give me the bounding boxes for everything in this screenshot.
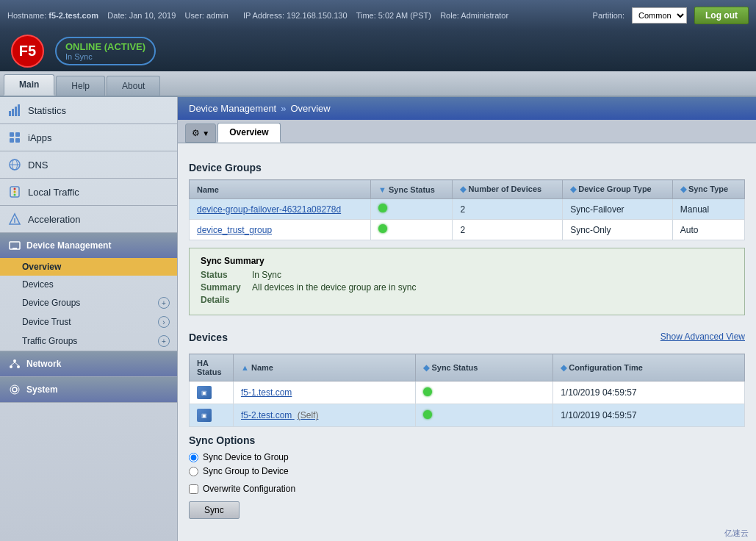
sidebar-item-statistics[interactable]: Statistics <box>0 97 177 123</box>
sidebar-item-acceleration-label: Acceleration <box>28 214 81 225</box>
table-row[interactable]: ▣ f5-2.test.com (Self) 1/10/2019 04:59:5… <box>190 404 745 427</box>
sidebar-item-dns[interactable]: DNS <box>0 151 177 178</box>
svg-rect-5 <box>15 132 20 137</box>
svg-rect-3 <box>18 104 20 116</box>
gear-tab[interactable]: ⚙ ▼ <box>185 123 216 143</box>
svg-rect-7 <box>15 138 20 143</box>
dg-col-name[interactable]: Name <box>190 180 371 199</box>
ha-icon: ▣ <box>197 409 212 422</box>
dev-row2-status-dot <box>423 410 432 419</box>
sync-summary-label: Summary <box>201 282 252 293</box>
dev-col-name[interactable]: ▲ Name <box>234 354 416 381</box>
partition-select[interactable]: Common <box>632 7 687 24</box>
dg-row1-name: device-group-failover-46321a08278d <box>190 199 371 220</box>
dev-col-ha[interactable]: HA Status <box>190 354 234 381</box>
date-label: Date: <box>107 11 126 20</box>
dev-row2-name: f5-2.test.com (Self) <box>234 404 416 427</box>
show-advanced-link[interactable]: Show Advanced View <box>660 332 745 342</box>
gear-icon: ⚙ <box>192 128 200 138</box>
sidebar-item-local-traffic[interactable]: Local Traffic <box>0 179 177 205</box>
svg-rect-6 <box>10 138 14 143</box>
device-groups-expand-icon[interactable]: + <box>158 297 170 309</box>
dg-row1-group-type: Sync-Failover <box>563 199 673 220</box>
status-online-text: ONLINE (ACTIVE) <box>65 41 145 52</box>
sidebar-item-overview[interactable]: Overview <box>0 258 177 276</box>
svg-point-12 <box>14 188 16 190</box>
table-row[interactable]: device-group-failover-46321a08278d 2 Syn… <box>190 199 745 220</box>
sidebar-item-local-traffic-label: Local Traffic <box>28 187 79 198</box>
system-info: Hostname: f5-2.test.com Date: Jan 10, 20… <box>7 11 508 20</box>
dev-row1-name-link[interactable]: f5-1.test.com <box>241 387 292 398</box>
sidebar-item-acceleration[interactable]: Acceleration <box>0 206 177 232</box>
svg-point-18 <box>13 359 16 362</box>
overwrite-checkbox[interactable] <box>189 484 198 494</box>
dev-row1-config-time: 1/10/2019 04:59:57 <box>553 381 745 404</box>
sidebar-network-label: Network <box>26 359 61 369</box>
sidebar-item-iapps[interactable]: iApps <box>0 124 177 151</box>
f5-logo: F5 <box>11 35 44 68</box>
traffic-groups-expand-icon[interactable]: + <box>158 335 170 347</box>
svg-rect-1 <box>12 109 14 116</box>
tab-overview[interactable]: Overview <box>217 123 280 143</box>
dev-row2-self-label: (Self) <box>298 410 319 420</box>
svg-line-22 <box>15 362 18 365</box>
sync-options-box: Sync Options Sync Device to Group Sync G… <box>189 434 745 519</box>
dg-row2-name-link[interactable]: device_trust_group <box>197 225 272 235</box>
dg-row1-name-link[interactable]: device-group-failover-46321a08278d <box>197 204 341 215</box>
sync-device-to-group-label: Sync Device to Group <box>203 452 289 462</box>
ip-label: IP Address: <box>243 11 284 20</box>
dev-row1-sync <box>416 381 553 404</box>
device-icon <box>7 238 22 253</box>
dg-row2-group-type: Sync-Only <box>563 220 673 240</box>
dg-col-num-devices[interactable]: ◆ Number of Devices <box>453 180 563 199</box>
sidebar-device-management-header[interactable]: Device Management <box>0 233 177 258</box>
sidebar-network-header[interactable]: Network <box>0 351 177 376</box>
tab-help[interactable]: Help <box>56 76 105 96</box>
sidebar-device-management-label: Device Management <box>26 240 111 251</box>
sidebar-section-device-management: Device Management Overview Devices Devic… <box>0 233 177 351</box>
traffic-icon <box>7 184 22 199</box>
dg-row1-num-devices: 2 <box>453 199 563 220</box>
dev-col-config-time[interactable]: ◆ Configuration Time <box>553 354 745 381</box>
system-icon <box>7 382 22 397</box>
iapps-icon <box>7 130 22 145</box>
content-area: Device Management » Overview ⚙ ▼ Overvie… <box>178 97 756 541</box>
svg-rect-0 <box>9 111 11 116</box>
dg-col-sync-type[interactable]: ◆ Sync Type <box>672 180 744 199</box>
dev-row2-name-link[interactable]: f5-2.test.com (Self) <box>241 410 318 420</box>
dg-row2-name: device_trust_group <box>190 220 371 240</box>
devices-header-row: Devices Show Advanced View <box>189 324 745 349</box>
content-tabs: ⚙ ▼ Overview <box>178 120 756 143</box>
sync-option-group-to-device: Sync Group to Device <box>189 466 745 476</box>
svg-rect-2 <box>15 107 17 116</box>
sidebar-item-devices[interactable]: Devices <box>0 276 177 293</box>
sync-group-to-device-radio[interactable] <box>189 467 198 476</box>
sync-device-to-group-radio[interactable] <box>189 453 198 462</box>
dg-col-group-type[interactable]: ◆ Device Group Type <box>563 180 673 199</box>
device-groups-table: Name ▼ Sync Status ◆ Number of Devices ◆ <box>189 179 745 240</box>
sidebar-item-device-trust[interactable]: Device Trust › <box>0 312 177 332</box>
sync-summary-row: Summary All devices in the device group … <box>201 282 733 293</box>
sidebar-item-device-groups[interactable]: Device Groups + <box>0 293 177 312</box>
dev-col-sync-status[interactable]: ◆ Sync Status <box>416 354 553 381</box>
sync-button[interactable]: Sync <box>189 501 240 519</box>
dg-row2-status-dot <box>378 224 387 233</box>
sidebar-section-local-traffic: Local Traffic <box>0 179 177 206</box>
sync-option-device-to-group: Sync Device to Group <box>189 452 745 462</box>
tab-main[interactable]: Main <box>4 74 54 96</box>
sidebar-item-dns-label: DNS <box>28 160 48 171</box>
breadcrumb-path2: Overview <box>290 103 330 114</box>
tab-about[interactable]: About <box>107 76 160 96</box>
sidebar-item-traffic-groups[interactable]: Traffic Groups + <box>0 332 177 351</box>
device-trust-expand-icon[interactable]: › <box>158 316 170 328</box>
dg-col-sync-status[interactable]: ▼ Sync Status <box>371 180 453 199</box>
content-body: Device Groups Name ▼ Sync Status ◆ Num <box>178 143 756 530</box>
logout-button[interactable]: Log out <box>694 7 749 24</box>
sidebar-item-statistics-label: Statistics <box>28 105 66 116</box>
devices-title: Devices <box>189 332 228 343</box>
accel-icon <box>7 212 22 226</box>
table-row[interactable]: ▣ f5-1.test.com 1/10/2019 04:59:57 <box>190 381 745 404</box>
sidebar-system-header[interactable]: System <box>0 377 177 402</box>
sidebar-section-dns: DNS <box>0 151 177 179</box>
table-row[interactable]: device_trust_group 2 Sync-Only Auto <box>190 220 745 240</box>
